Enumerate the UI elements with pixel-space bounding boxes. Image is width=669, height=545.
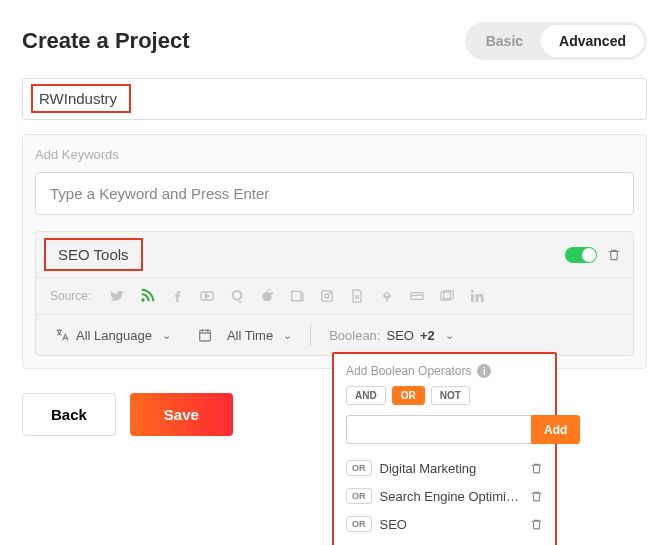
keyword-input[interactable] bbox=[35, 172, 634, 215]
filters-row: All Language ⌄ All Time ⌄ Boolean: SEO +… bbox=[36, 314, 633, 355]
keyword-toggle[interactable] bbox=[565, 247, 597, 263]
slides-icon[interactable] bbox=[439, 288, 455, 304]
chevron-down-icon: ⌄ bbox=[162, 329, 171, 342]
news-icon[interactable] bbox=[289, 288, 305, 304]
trash-icon[interactable] bbox=[607, 248, 621, 262]
svg-point-0 bbox=[142, 298, 145, 301]
term-row: OR SEO bbox=[346, 510, 543, 538]
svg-rect-4 bbox=[292, 291, 301, 300]
chevron-down-icon: ⌄ bbox=[445, 329, 454, 342]
boolean-filter[interactable]: Boolean: SEO +2 ⌄ bbox=[321, 324, 462, 347]
svg-point-7 bbox=[330, 292, 331, 293]
mode-basic[interactable]: Basic bbox=[468, 25, 541, 57]
boolean-extra: +2 bbox=[420, 328, 435, 343]
linkedin-icon[interactable] bbox=[469, 288, 485, 304]
video-icon[interactable] bbox=[199, 288, 215, 304]
translate-icon bbox=[54, 327, 70, 343]
save-button[interactable]: Save bbox=[130, 393, 233, 436]
svg-point-8 bbox=[385, 293, 389, 297]
op-and[interactable]: AND bbox=[346, 386, 386, 405]
card-icon[interactable] bbox=[409, 288, 425, 304]
term-text: SEO bbox=[380, 517, 523, 532]
keyword-item-label: SEO Tools bbox=[44, 238, 143, 271]
mode-advanced[interactable]: Advanced bbox=[541, 25, 644, 57]
trash-icon[interactable] bbox=[530, 518, 543, 531]
boolean-label: Boolean: bbox=[329, 328, 380, 343]
op-not[interactable]: NOT bbox=[431, 386, 470, 405]
term-text: Search Engine Optimiz… bbox=[380, 489, 523, 504]
trash-icon[interactable] bbox=[530, 462, 543, 475]
chevron-down-icon: ⌄ bbox=[283, 329, 292, 342]
boolean-value: SEO bbox=[386, 328, 413, 343]
time-value: All Time bbox=[227, 328, 273, 343]
podcast-icon[interactable] bbox=[379, 288, 395, 304]
add-term-button[interactable]: Add bbox=[531, 415, 580, 444]
boolean-popover: Add Boolean Operators i AND OR NOT Add O… bbox=[332, 352, 557, 545]
svg-point-3 bbox=[271, 292, 274, 295]
facebook-icon[interactable] bbox=[169, 288, 185, 304]
svg-point-13 bbox=[471, 290, 474, 293]
keyword-item: SEO Tools Source: All Lan bbox=[35, 231, 634, 356]
info-icon[interactable]: i bbox=[477, 364, 491, 378]
op-or[interactable]: OR bbox=[392, 386, 425, 405]
calendar-icon bbox=[197, 327, 213, 343]
sources-label: Source: bbox=[50, 289, 91, 303]
term-row: OR Search Engine Optimiz… bbox=[346, 482, 543, 510]
twitter-icon[interactable] bbox=[109, 288, 125, 304]
keywords-panel-label: Add Keywords bbox=[35, 147, 634, 162]
rss-icon[interactable] bbox=[139, 288, 155, 304]
boolean-term-input[interactable] bbox=[346, 415, 531, 444]
mode-toggle: Basic Advanced bbox=[465, 22, 647, 60]
quora-icon[interactable] bbox=[229, 288, 245, 304]
project-name-value: RWIndustry bbox=[31, 84, 131, 113]
reddit-icon[interactable] bbox=[259, 288, 275, 304]
instagram-icon[interactable] bbox=[319, 288, 335, 304]
project-name-field[interactable]: RWIndustry bbox=[22, 78, 647, 120]
popover-title: Add Boolean Operators bbox=[346, 364, 471, 378]
sources-row: Source: bbox=[36, 277, 633, 314]
keywords-panel: Add Keywords SEO Tools Source: bbox=[22, 134, 647, 369]
trash-icon[interactable] bbox=[530, 490, 543, 503]
svg-point-2 bbox=[263, 292, 272, 301]
time-filter[interactable]: All Time ⌄ bbox=[189, 323, 300, 347]
svg-point-6 bbox=[325, 294, 329, 298]
term-row: OR Digital Marketing bbox=[346, 454, 543, 482]
language-filter[interactable]: All Language ⌄ bbox=[46, 323, 179, 347]
term-text: Digital Marketing bbox=[380, 461, 523, 476]
term-op-badge: OR bbox=[346, 460, 372, 476]
language-value: All Language bbox=[76, 328, 152, 343]
svg-rect-14 bbox=[200, 330, 211, 341]
svg-rect-12 bbox=[471, 294, 474, 302]
page-title: Create a Project bbox=[22, 28, 190, 54]
document-icon[interactable] bbox=[349, 288, 365, 304]
term-op-badge: OR bbox=[346, 516, 372, 532]
term-op-badge: OR bbox=[346, 488, 372, 504]
back-button[interactable]: Back bbox=[22, 393, 116, 436]
divider bbox=[310, 324, 311, 346]
